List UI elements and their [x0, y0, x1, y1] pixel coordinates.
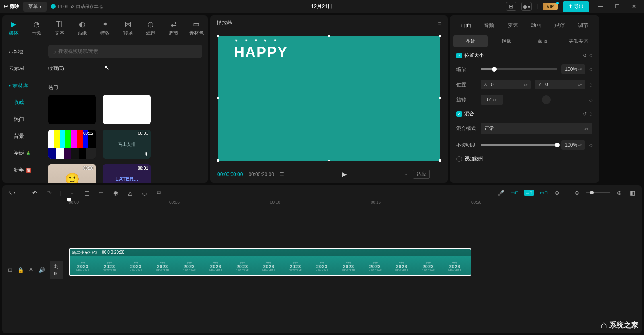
tab-sticker[interactable]: ◐贴纸 — [71, 18, 94, 39]
tab-pack[interactable]: ▭素材包 — [185, 18, 208, 39]
export-button[interactable]: ⬆ 导出 — [563, 1, 589, 12]
maximize-button[interactable]: ☐ — [611, 4, 623, 9]
opacity-input[interactable]: 100%▴▾ — [561, 140, 585, 150]
radio-icon[interactable] — [456, 156, 462, 162]
nav-newyear[interactable]: 新年 福 — [2, 162, 43, 178]
handle-br[interactable] — [439, 159, 441, 162]
mic-button[interactable]: 🎤 — [497, 190, 505, 196]
speaker-icon[interactable]: 🔊 — [39, 267, 45, 273]
list-icon[interactable]: ☰ — [280, 172, 284, 177]
shortcut-icon[interactable]: ⊟ — [506, 2, 516, 11]
nav-local[interactable]: ▸本地 — [2, 44, 43, 59]
tab-effects[interactable]: ✦特效 — [94, 18, 117, 39]
preview-canvas[interactable]: ♥♥♥♥♥ HAPPY — [218, 36, 440, 161]
minimize-button[interactable]: — — [594, 4, 606, 9]
tab-picture[interactable]: 画面 — [454, 20, 477, 31]
cover-button[interactable]: 封面 — [50, 261, 63, 279]
tab-filter[interactable]: ◍滤镜 — [139, 18, 162, 39]
lock-icon[interactable]: 🔒 — [17, 267, 24, 273]
subtab-mask[interactable]: 蒙版 — [525, 35, 560, 47]
nav-background[interactable]: 背景 — [2, 128, 43, 144]
timeline-ruler[interactable]: 00:00 00:05 00:10 00:15 00:20 — [2, 200, 642, 208]
keyframe-icon[interactable]: ◇ — [589, 82, 592, 87]
nav-favorites[interactable]: 收藏 — [2, 95, 43, 110]
tab-text[interactable]: TI文本 — [48, 18, 71, 39]
toggle-icon[interactable]: ⊡ — [8, 267, 12, 273]
layout-icon[interactable]: ▦▾ — [521, 2, 532, 11]
split-tool[interactable]: ⟊ — [68, 190, 76, 196]
zoom-slider[interactable] — [586, 192, 610, 193]
subtab-basic[interactable]: 基础 — [453, 35, 488, 47]
undo-button[interactable]: ↶ — [31, 190, 38, 196]
keyframe-icon[interactable]: ◇ — [589, 53, 592, 58]
keyframe-icon[interactable]: ◇ — [589, 111, 592, 116]
keyframe-icon[interactable]: ◇ — [589, 143, 592, 148]
handle-top[interactable] — [328, 35, 330, 37]
tab-sound[interactable]: 音频 — [477, 20, 501, 31]
tab-adjust[interactable]: ⇄调节 — [162, 18, 185, 39]
magnet-main-button[interactable]: ▭⊓ — [510, 190, 518, 196]
nav-hot[interactable]: 热门 — [2, 112, 43, 127]
crop-tool[interactable]: ⧉ — [155, 189, 163, 196]
blend-mode-select[interactable]: 正常▴▾ — [481, 123, 592, 134]
thumb-white[interactable] — [103, 95, 151, 124]
play-button[interactable]: ▶ — [342, 170, 347, 178]
checkbox-icon[interactable]: ✓ — [456, 53, 462, 58]
magnet-button[interactable]: ▭⊓ — [524, 190, 534, 196]
tab-animation[interactable]: 动画 — [524, 20, 548, 31]
vip-badge[interactable]: VIP — [543, 3, 558, 10]
thumb-black[interactable] — [48, 95, 96, 124]
scale-slider[interactable] — [481, 68, 557, 70]
opacity-slider[interactable] — [481, 144, 557, 146]
handle-left[interactable] — [217, 97, 219, 99]
reset-icon[interactable]: ↺ — [583, 53, 587, 58]
focus-icon[interactable]: ⌖ — [405, 172, 407, 177]
eye-icon[interactable]: 👁 — [29, 267, 34, 273]
nav-cloud[interactable]: 云素材 — [2, 61, 43, 76]
handle-bl[interactable] — [217, 159, 219, 162]
tab-tune[interactable]: 调节 — [572, 20, 595, 31]
tab-speed[interactable]: 变速 — [501, 20, 524, 31]
reset-icon[interactable]: ↺ — [583, 111, 587, 117]
handle-tr[interactable] — [439, 35, 441, 37]
delete-right-tool[interactable]: ▭ — [97, 190, 105, 196]
tab-transition[interactable]: ⋈转场 — [116, 18, 139, 39]
search-input[interactable]: ⌕ 搜索视频场景/元素 — [48, 45, 202, 58]
tab-audio[interactable]: ◔音频 — [25, 18, 48, 39]
zoom-out-button[interactable]: ⊖ — [573, 190, 580, 196]
select-tool[interactable]: ↖▾ — [8, 190, 15, 196]
redo-button[interactable]: ↷ — [45, 190, 53, 196]
project-title[interactable]: 12月21日 — [311, 3, 333, 10]
link-button[interactable]: ▭⊓ — [540, 190, 548, 196]
nav-library[interactable]: ▾素材库 — [2, 78, 43, 93]
subtab-beauty[interactable]: 美颜美体 — [561, 35, 596, 47]
rotate-input[interactable]: 0°▴▾ — [481, 95, 503, 105]
pos-y-input[interactable]: Y0▴▾ — [535, 80, 585, 89]
pos-x-input[interactable]: X0▴▾ — [481, 80, 531, 89]
fit-timeline-button[interactable]: ◧ — [629, 190, 636, 196]
thumb-later[interactable]: LATER...00:01 — [103, 164, 151, 183]
scale-input[interactable]: 100%▴▾ — [561, 64, 585, 74]
handle-right[interactable] — [439, 97, 441, 99]
align-button[interactable]: ⊕ — [553, 190, 561, 196]
checkbox-icon[interactable]: ✓ — [456, 111, 462, 117]
record-tool[interactable]: ◉ — [112, 190, 119, 196]
thumb-colorbars[interactable]: 00:02 — [48, 130, 96, 159]
tab-media[interactable]: ▶媒体 — [2, 18, 25, 39]
mirror-tool[interactable]: ◡ — [141, 190, 148, 196]
delete-left-tool[interactable]: ◫ — [83, 190, 90, 196]
menu-button[interactable]: 菜单 ▾ — [23, 2, 47, 12]
nav-christmas[interactable]: 圣诞 🎄 — [2, 145, 43, 161]
fit-button[interactable]: 适应 — [413, 170, 430, 179]
thumb-face[interactable]: 🙂00:08 — [48, 164, 96, 183]
handle-tl[interactable] — [217, 35, 219, 37]
flip-button[interactable]: — — [542, 95, 551, 104]
playhead[interactable] — [69, 200, 69, 333]
tab-tracking[interactable]: 跟踪 — [548, 20, 571, 31]
zoom-in-button[interactable]: ⊕ — [616, 190, 623, 196]
nav-funny[interactable]: 搞笑 — [2, 179, 43, 183]
fullscreen-icon[interactable]: ⛶ — [436, 172, 440, 177]
reverse-tool[interactable]: △ — [126, 190, 134, 196]
preview-area[interactable]: ♥♥♥♥♥ HAPPY — [217, 31, 441, 165]
menu-icon[interactable]: ≡ — [438, 20, 441, 26]
